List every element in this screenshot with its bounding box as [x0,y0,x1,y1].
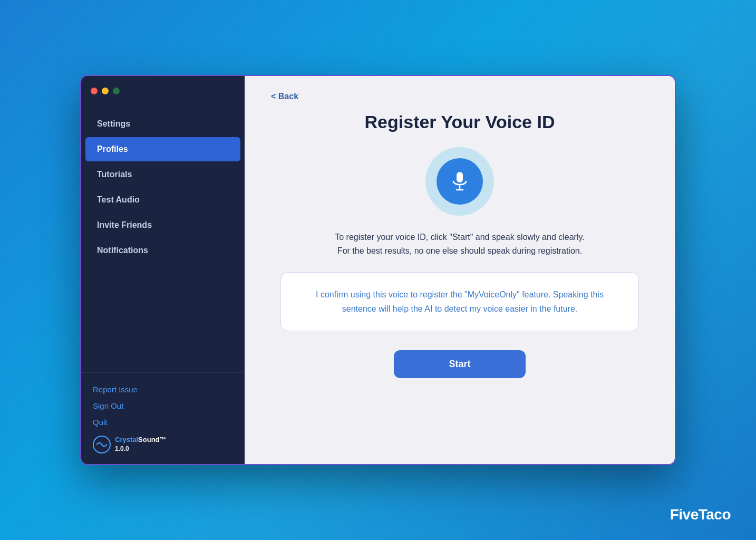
quit-link[interactable]: Quit [93,414,233,430]
mic-outer-circle [425,147,494,216]
instructions-text: To register your voice ID, click "Start"… [335,230,584,258]
brand-logo: CrystalSound™ 1.0.0 [93,436,233,454]
traffic-light-red[interactable] [91,88,98,94]
sidebar-bottom: Report Issue Sign Out Quit CrystalSound™… [81,372,245,464]
traffic-light-yellow[interactable] [102,88,109,94]
report-issue-link[interactable]: Report Issue [93,381,233,398]
sidebar-item-invite-friends[interactable]: Invite Friends [85,213,240,237]
mic-inner-circle[interactable] [437,158,483,205]
sidebar: Settings Profiles Tutorials Test Audio I… [81,76,245,464]
crystalsound-icon [93,436,111,454]
titlebar [81,76,245,105]
sidebar-item-notifications[interactable]: Notifications [85,238,240,263]
instructions-line2: For the best results, no one else should… [337,246,582,255]
sidebar-item-settings[interactable]: Settings [85,112,240,136]
fivetaco-label: FiveTaco [670,506,731,523]
sidebar-nav: Settings Profiles Tutorials Test Audio I… [81,105,245,372]
instructions-line1: To register your voice ID, click "Start"… [335,233,584,242]
back-button[interactable]: < Back [271,92,298,101]
app-window: Settings Profiles Tutorials Test Audio I… [80,75,676,465]
back-label: < Back [271,92,298,101]
page-title: Register Your Voice ID [271,112,648,132]
sidebar-item-test-audio[interactable]: Test Audio [85,188,240,212]
sign-out-link[interactable]: Sign Out [93,398,233,414]
main-content: < Back Register Your Voice ID To registe… [245,76,675,464]
confirm-box: I confirm using this voice to register t… [280,272,639,331]
microphone-icon [448,170,471,193]
mic-container [271,147,648,216]
sidebar-item-tutorials[interactable]: Tutorials [85,162,240,187]
sidebar-item-profiles[interactable]: Profiles [85,137,240,161]
svg-rect-1 [457,172,463,182]
fivetaco-logo: FiveTaco [670,506,731,523]
traffic-light-green[interactable] [113,88,120,94]
confirm-text: I confirm using this voice to register t… [302,287,617,316]
brand-name: CrystalSound™ 1.0.0 [115,436,167,454]
start-button[interactable]: Start [394,350,526,378]
